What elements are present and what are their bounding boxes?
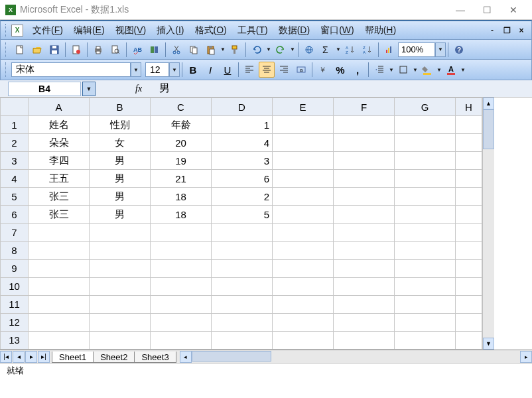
sheet-tab[interactable]: Sheet3 [134, 352, 176, 363]
cell[interactable] [151, 331, 212, 349]
scroll-track[interactable] [483, 149, 494, 338]
cell[interactable] [212, 277, 273, 295]
cell[interactable] [273, 116, 334, 134]
scroll-thumb[interactable] [192, 351, 271, 362]
borders-button[interactable] [395, 62, 411, 78]
horizontal-scrollbar[interactable]: ◂ ▸ [180, 351, 532, 363]
align-right-button[interactable] [276, 62, 292, 78]
comma-button[interactable]: , [350, 62, 366, 78]
italic-button[interactable]: I [202, 62, 218, 78]
cell[interactable] [334, 331, 395, 349]
cell[interactable] [456, 224, 482, 241]
menu-item[interactable]: 工具(T) [232, 23, 273, 37]
row-header[interactable]: 11 [1, 295, 29, 313]
cell[interactable] [29, 259, 90, 277]
align-center-button[interactable] [259, 62, 275, 78]
cell[interactable] [212, 313, 273, 331]
select-all-corner[interactable] [1, 98, 29, 116]
fill-color-dropdown[interactable]: ▼ [436, 67, 442, 73]
cell[interactable] [334, 259, 395, 277]
cell[interactable]: 男 [90, 152, 151, 170]
cell[interactable]: 朵朵 [29, 134, 90, 152]
menu-item[interactable]: 插入(I) [151, 23, 189, 37]
align-left-button[interactable] [241, 62, 257, 78]
scroll-track[interactable] [271, 351, 520, 363]
format-painter-icon[interactable] [227, 42, 243, 58]
cell[interactable] [395, 259, 456, 277]
cell[interactable]: 20 [151, 134, 212, 152]
doc-close-button[interactable]: × [515, 25, 527, 36]
menu-item[interactable]: 文件(F) [27, 23, 68, 37]
cell[interactable] [334, 206, 395, 224]
gripper-icon[interactable] [5, 42, 9, 57]
name-box[interactable]: B4 [8, 82, 81, 96]
formula-bar[interactable]: 男 [155, 82, 170, 96]
cell[interactable] [273, 134, 334, 152]
cell[interactable] [212, 259, 273, 277]
cell[interactable] [273, 331, 334, 349]
zoom-box[interactable]: 100% [398, 42, 435, 57]
menu-item[interactable]: 数据(D) [273, 23, 315, 37]
scroll-left-button[interactable]: ◂ [180, 351, 192, 363]
column-header[interactable]: A [29, 98, 90, 116]
row-header[interactable]: 8 [1, 241, 29, 259]
tab-last-button[interactable]: ▸| [38, 351, 50, 363]
cell[interactable] [456, 331, 482, 349]
tab-first-button[interactable]: |◂ [0, 351, 12, 363]
underline-button[interactable]: U [220, 62, 235, 78]
help-icon[interactable]: ? [451, 42, 467, 58]
cut-icon[interactable] [168, 42, 184, 58]
cell[interactable] [273, 224, 334, 241]
cell[interactable] [334, 241, 395, 259]
chart-wizard-icon[interactable] [381, 42, 397, 58]
cell[interactable] [334, 152, 395, 170]
autosum-dropdown[interactable]: ▼ [335, 46, 342, 52]
cell[interactable] [90, 313, 151, 331]
sort-asc-icon[interactable]: AZ [342, 42, 358, 58]
hyperlink-icon[interactable] [301, 42, 317, 58]
cell[interactable] [151, 295, 212, 313]
doc-restore-button[interactable]: ❐ [501, 25, 513, 36]
tab-next-button[interactable]: ▸ [25, 351, 37, 363]
cell[interactable] [456, 170, 482, 188]
cell[interactable] [395, 188, 456, 206]
row-header[interactable]: 1 [1, 116, 29, 134]
cell[interactable]: 性别 [90, 116, 151, 134]
paste-dropdown[interactable]: ▼ [220, 46, 226, 52]
borders-dropdown[interactable]: ▼ [412, 67, 419, 73]
cell[interactable] [395, 116, 456, 134]
cell[interactable]: 2 [212, 188, 273, 206]
cell[interactable] [29, 313, 90, 331]
cell[interactable] [395, 224, 456, 241]
cell[interactable] [395, 134, 456, 152]
cell[interactable] [151, 259, 212, 277]
row-header[interactable]: 3 [1, 152, 29, 170]
cell[interactable] [29, 295, 90, 313]
cell[interactable] [334, 134, 395, 152]
minimize-button[interactable]: — [447, 3, 474, 17]
cell[interactable] [395, 331, 456, 349]
cell[interactable] [456, 206, 482, 224]
cell[interactable] [395, 241, 456, 259]
cell[interactable] [456, 277, 482, 295]
cell[interactable] [395, 152, 456, 170]
cell[interactable]: 张三 [29, 188, 90, 206]
scroll-up-button[interactable]: ▲ [483, 98, 494, 109]
print-icon[interactable] [90, 42, 106, 58]
undo-icon[interactable] [249, 42, 265, 58]
cell[interactable]: 男 [90, 188, 151, 206]
cell[interactable]: 王五 [29, 170, 90, 188]
cell[interactable] [395, 295, 456, 313]
copy-icon[interactable] [186, 42, 202, 58]
cell[interactable] [456, 241, 482, 259]
cell[interactable]: 姓名 [29, 116, 90, 134]
cell[interactable] [273, 152, 334, 170]
row-header[interactable]: 5 [1, 188, 29, 206]
print-preview-icon[interactable] [107, 42, 123, 58]
font-size-dropdown[interactable]: ▼ [169, 62, 180, 77]
cell[interactable] [334, 295, 395, 313]
cell[interactable]: 1 [212, 116, 273, 134]
cell[interactable]: 男 [90, 206, 151, 224]
cell[interactable] [90, 259, 151, 277]
currency-button[interactable]: ￥ [315, 62, 331, 78]
